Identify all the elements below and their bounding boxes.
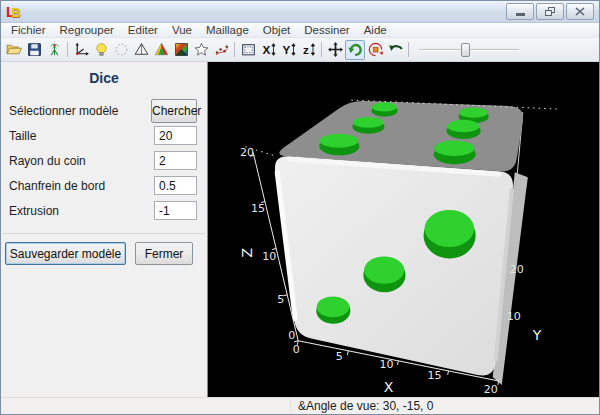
menu-fichier[interactable]: Fichier bbox=[4, 24, 53, 36]
taille-input[interactable] bbox=[154, 126, 197, 145]
move-icon[interactable] bbox=[325, 40, 345, 60]
dice-parameters-panel: Dice Sélectionner modèle Chercher Taille… bbox=[1, 62, 207, 397]
field-row-chanfrein: Chanfrein de bord bbox=[1, 173, 207, 198]
toolbar: X Y z bbox=[1, 38, 599, 62]
x-axis-tick: 5 bbox=[336, 350, 343, 363]
app-logo-icon: L B bbox=[6, 4, 21, 19]
rayon-label: Rayon du coin bbox=[9, 154, 86, 168]
pyramid-color-icon[interactable] bbox=[151, 40, 171, 60]
chanfrein-label: Chanfrein de bord bbox=[9, 179, 105, 193]
rayon-input[interactable] bbox=[154, 151, 197, 170]
chanfrein-input[interactable] bbox=[154, 176, 197, 195]
window-controls bbox=[506, 3, 594, 20]
model-row: Sélectionner modèle Chercher bbox=[1, 98, 207, 123]
panel-actions: Sauvegarder modèle Fermer bbox=[1, 242, 207, 265]
selection-box-icon[interactable] bbox=[238, 40, 258, 60]
draw-points-icon[interactable] bbox=[211, 40, 231, 60]
menu-maillage[interactable]: Maillage bbox=[199, 24, 256, 36]
browse-model-button[interactable]: Chercher bbox=[151, 99, 197, 123]
logo-letter-b: B bbox=[11, 6, 20, 19]
taille-label: Taille bbox=[9, 129, 36, 143]
y-axis-label: Y bbox=[532, 327, 542, 343]
menu-dessiner[interactable]: Dessiner bbox=[297, 24, 356, 36]
menu-regrouper[interactable]: Regrouper bbox=[53, 24, 121, 36]
x-axis-tick: 20 bbox=[484, 383, 498, 396]
status-bar: &Angle de vue: 30, -15, 0 bbox=[1, 397, 599, 414]
toolbar-separator bbox=[234, 42, 235, 57]
rotate-object-icon[interactable] bbox=[365, 40, 385, 60]
rotate-view-icon[interactable] bbox=[345, 40, 365, 60]
pyramid-wire-icon[interactable] bbox=[131, 40, 151, 60]
svg-text:X: X bbox=[262, 43, 270, 56]
z-axis-label: Z bbox=[239, 248, 255, 258]
rotate-x-icon[interactable]: X bbox=[258, 40, 278, 60]
palette-icon[interactable] bbox=[171, 40, 191, 60]
menu-bar: Fichier Regrouper Editer Vue Maillage Ob… bbox=[1, 23, 599, 38]
restore-button[interactable] bbox=[536, 3, 564, 20]
z-axis-tick: 20 bbox=[240, 146, 254, 159]
zoom-slider[interactable] bbox=[419, 41, 519, 59]
x-axis-tick: 10 bbox=[379, 358, 393, 371]
field-row-extrusion: Extrusion bbox=[1, 198, 207, 223]
svg-text:z: z bbox=[302, 43, 308, 56]
svg-text:Y: Y bbox=[282, 43, 290, 56]
menu-aide[interactable]: Aide bbox=[357, 24, 394, 36]
dice-render: 0 5 10 15 20 Z 0 5 10 15 20 X bbox=[208, 62, 599, 397]
x-axis-tick: 15 bbox=[428, 369, 442, 382]
toolbar-separator bbox=[408, 42, 409, 57]
zoom-slider-thumb[interactable] bbox=[461, 43, 470, 57]
menu-editer[interactable]: Editer bbox=[121, 24, 165, 36]
page-title: Dice bbox=[1, 70, 207, 86]
rotate-z-icon[interactable]: z bbox=[298, 40, 318, 60]
z-axis-tick: 15 bbox=[251, 202, 265, 215]
y-axis-tick: 20 bbox=[510, 263, 524, 276]
y-axis-tick: 10 bbox=[507, 310, 521, 323]
star-icon[interactable] bbox=[191, 40, 211, 60]
toolbar-separator bbox=[67, 42, 68, 57]
extrusion-input[interactable] bbox=[154, 201, 197, 220]
menu-objet[interactable]: Objet bbox=[256, 24, 298, 36]
open-icon[interactable] bbox=[4, 40, 24, 60]
title-bar: L B bbox=[1, 1, 599, 23]
view-angle-status: &Angle de vue: 30, -15, 0 bbox=[291, 399, 433, 413]
close-icon bbox=[575, 7, 585, 16]
minimize-icon bbox=[516, 13, 525, 16]
save-model-button[interactable]: Sauvegarder modèle bbox=[5, 242, 126, 265]
close-button[interactable] bbox=[566, 3, 594, 20]
save-icon[interactable] bbox=[24, 40, 44, 60]
menu-vue[interactable]: Vue bbox=[165, 24, 199, 36]
bulb-icon[interactable] bbox=[91, 40, 111, 60]
arc-arrow-icon[interactable] bbox=[385, 40, 405, 60]
z-axis-tick: 5 bbox=[277, 293, 284, 306]
z-axis-tick: 0 bbox=[288, 329, 295, 342]
x-axis-tick: 0 bbox=[293, 343, 300, 356]
rotate-y-icon[interactable]: Y bbox=[278, 40, 298, 60]
extrusion-label: Extrusion bbox=[9, 204, 59, 218]
x-axis-label: X bbox=[384, 379, 394, 395]
toolbar-separator bbox=[321, 42, 322, 57]
close-panel-button[interactable]: Fermer bbox=[135, 242, 193, 265]
panel-divider bbox=[3, 233, 205, 234]
app-window: L B Fichier Regrouper Editer Vue Maillag… bbox=[0, 0, 600, 415]
select-model-label: Sélectionner modèle bbox=[9, 104, 118, 118]
z-axis-tick: 10 bbox=[262, 250, 276, 263]
restore-icon bbox=[545, 7, 555, 16]
status-left-pane bbox=[1, 398, 291, 414]
minimize-button[interactable] bbox=[506, 3, 534, 20]
field-row-taille: Taille bbox=[1, 123, 207, 148]
viewport-3d[interactable]: 0 5 10 15 20 Z 0 5 10 15 20 X bbox=[207, 62, 599, 397]
antenna-icon[interactable] bbox=[44, 40, 64, 60]
axes-icon[interactable] bbox=[71, 40, 91, 60]
field-row-rayon: Rayon du coin bbox=[1, 148, 207, 173]
dotted-circle-icon[interactable] bbox=[111, 40, 131, 60]
main-content: Dice Sélectionner modèle Chercher Taille… bbox=[1, 62, 599, 397]
